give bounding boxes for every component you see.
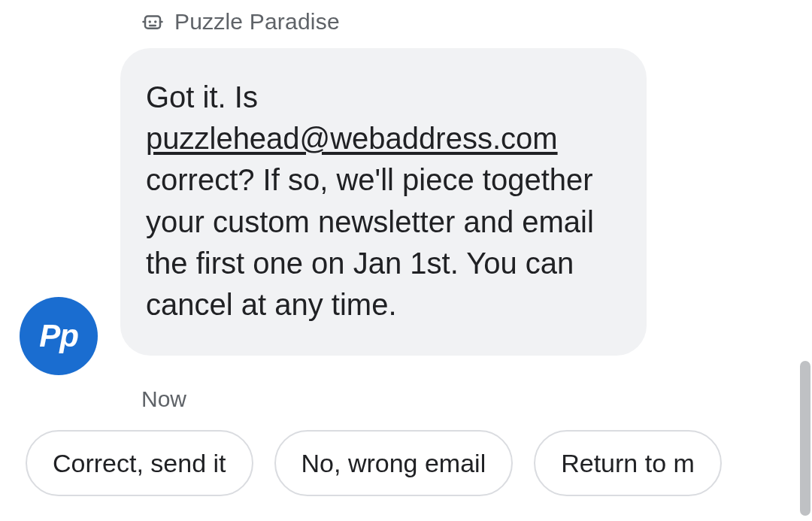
email-link[interactable]: puzzlehead@webaddress.com xyxy=(146,122,558,155)
message-text-after: correct? If so, we'll piece together you… xyxy=(146,163,594,321)
svg-point-1 xyxy=(149,20,152,23)
quick-reply-correct[interactable]: Correct, send it xyxy=(26,430,253,496)
avatar-initials: Pp xyxy=(39,318,78,354)
svg-rect-0 xyxy=(145,17,160,29)
message-timestamp: Now xyxy=(141,386,186,412)
message-text-before: Got it. Is xyxy=(146,80,258,114)
sender-name: Puzzle Paradise xyxy=(174,9,340,35)
avatar[interactable]: Pp xyxy=(20,297,98,375)
svg-point-2 xyxy=(154,20,157,23)
sender-header: Puzzle Paradise xyxy=(141,9,340,35)
message-text: Got it. Is puzzlehead@webaddress.com cor… xyxy=(146,77,617,326)
scrollbar-thumb[interactable] xyxy=(800,361,810,516)
quick-replies: Correct, send it No, wrong email Return … xyxy=(26,430,722,496)
bot-icon xyxy=(141,11,164,33)
quick-reply-wrong-email[interactable]: No, wrong email xyxy=(274,430,514,496)
message-bubble: Got it. Is puzzlehead@webaddress.com cor… xyxy=(120,48,647,356)
quick-reply-return[interactable]: Return to m xyxy=(534,430,722,496)
